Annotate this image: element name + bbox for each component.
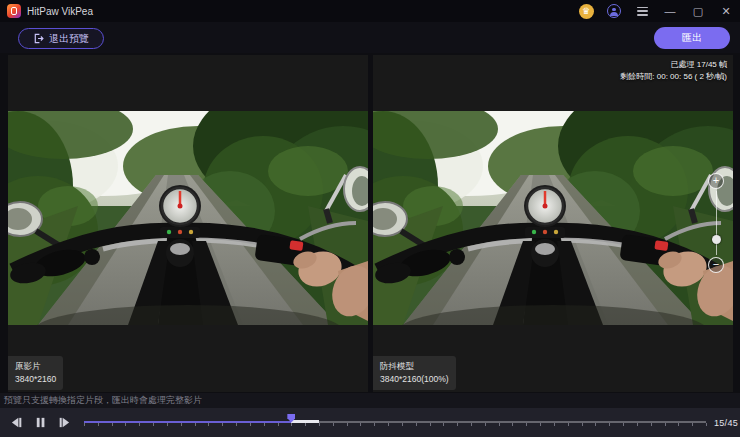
original-video-panel: 原影片 3840*2160 <box>8 55 368 392</box>
close-button[interactable]: ✕ <box>712 0 740 22</box>
zoom-slider-handle[interactable] <box>712 235 721 244</box>
app-title: HitPaw VikPea <box>27 6 93 17</box>
toolbar: 退出預覽 匯出 <box>0 22 740 53</box>
previous-frame-icon <box>10 416 23 429</box>
menu-icon <box>637 7 648 16</box>
frame-counter: 15/45 <box>714 418 738 428</box>
menu-button[interactable] <box>628 0 656 22</box>
original-label-text: 原影片 <box>15 360 56 372</box>
result-label-text: 防抖模型 <box>380 360 449 372</box>
export-button[interactable]: 匯出 <box>654 27 730 49</box>
pause-icon <box>34 416 47 429</box>
premium-crown-icon: ♛ <box>579 4 594 19</box>
exit-preview-label: 退出預覽 <box>49 32 89 46</box>
zoom-in-button[interactable]: + <box>708 173 724 189</box>
original-video-frame <box>8 111 368 325</box>
preview-hint-text: 預覽只支援轉換指定片段，匯出時會處理完整影片 <box>4 394 202 407</box>
title-bar: HitPaw VikPea ♛ — ▢ ✕ <box>0 0 740 22</box>
result-resolution: 3840*2160(100%) <box>380 373 449 385</box>
remaining-time-text: 剩餘時間: 00: 00: 56 ( 2 秒/幀) <box>620 71 727 83</box>
processed-frames-text: 已處理 17/45 幀 <box>620 59 727 71</box>
account-icon <box>607 4 621 18</box>
original-video-label: 原影片 3840*2160 <box>8 356 63 390</box>
premium-button[interactable]: ♛ <box>572 0 600 22</box>
exit-preview-button[interactable]: 退出預覽 <box>18 28 104 49</box>
processing-status: 已處理 17/45 幀 剩餘時間: 00: 00: 56 ( 2 秒/幀) <box>620 59 727 83</box>
app-window: HitPaw VikPea ♛ — ▢ ✕ 退出預覽 匯出 <box>0 0 740 437</box>
maximize-button[interactable]: ▢ <box>684 0 712 22</box>
pause-button[interactable] <box>30 413 50 433</box>
preview-workspace: 原影片 3840*2160 已處理 17/45 幀 剩餘時間: 00: 00: … <box>0 53 740 393</box>
minimize-button[interactable]: — <box>656 0 684 22</box>
original-resolution: 3840*2160 <box>15 373 56 385</box>
hint-bar: 預覽只支援轉換指定片段，匯出時會處理完整影片 <box>0 393 740 408</box>
next-frame-icon <box>58 416 71 429</box>
zoom-out-button[interactable]: − <box>708 257 724 273</box>
next-frame-button[interactable] <box>54 413 74 433</box>
account-button[interactable] <box>600 0 628 22</box>
zoom-control: + − <box>708 173 724 273</box>
previous-frame-button[interactable] <box>6 413 26 433</box>
result-video-label: 防抖模型 3840*2160(100%) <box>373 356 456 390</box>
app-logo-icon <box>7 4 21 18</box>
result-video-panel: 已處理 17/45 幀 剩餘時間: 00: 00: 56 ( 2 秒/幀) + … <box>373 55 733 392</box>
exit-preview-icon <box>33 33 44 44</box>
timeline-ticks <box>84 423 706 427</box>
zoom-slider-track[interactable] <box>716 191 718 255</box>
timeline-track[interactable] <box>84 416 706 430</box>
playback-control-bar: 15/45 <box>0 408 740 437</box>
result-video-frame <box>373 111 733 325</box>
